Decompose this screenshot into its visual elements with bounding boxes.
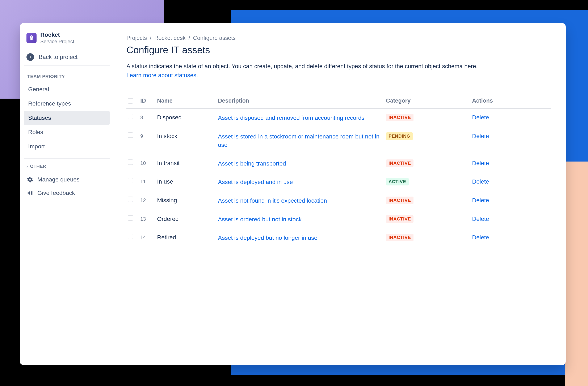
row-checkbox[interactable] xyxy=(128,178,133,183)
app-window: Rocket Service Project Back to project T… xyxy=(20,23,566,365)
delete-link[interactable]: Delete xyxy=(472,196,506,204)
row-checkbox[interactable] xyxy=(128,114,133,119)
cell-description[interactable]: Asset is deployed but no longer in use xyxy=(218,234,386,242)
action-label: Give feedback xyxy=(37,190,75,196)
table-row: 11In useAsset is deployed and in useACTI… xyxy=(126,173,551,192)
cell-description[interactable]: Asset is disposed and removed from accou… xyxy=(218,114,386,122)
status-badge: INACTIVE xyxy=(386,215,414,223)
row-checkbox[interactable] xyxy=(128,159,133,165)
cell-name: Ordered xyxy=(157,215,218,222)
row-checkbox[interactable] xyxy=(128,132,133,138)
breadcrumb-configure-assets[interactable]: Configure assets xyxy=(193,35,236,41)
sidebar-item-reference-types[interactable]: Reference types xyxy=(24,96,110,111)
cell-id: 9 xyxy=(140,132,157,139)
cell-description[interactable]: Asset is not found in it's expected loca… xyxy=(218,196,386,205)
project-rocket-icon xyxy=(26,33,37,43)
cell-description[interactable]: Asset is stored in a stockroom or mainte… xyxy=(218,132,386,149)
row-checkbox[interactable] xyxy=(128,196,133,202)
status-badge: INACTIVE xyxy=(386,159,414,167)
gear-icon xyxy=(27,176,33,183)
table-row: 14RetiredAsset is deployed but no longer… xyxy=(126,229,551,247)
status-badge: INACTIVE xyxy=(386,234,414,241)
breadcrumb-projects[interactable]: Projects xyxy=(126,35,147,41)
delete-link[interactable]: Delete xyxy=(472,215,506,222)
cell-name: In stock xyxy=(157,132,218,139)
project-subtitle: Service Project xyxy=(40,39,74,44)
cell-name: Retired xyxy=(157,234,218,241)
breadcrumb: Projects / Rocket desk / Configure asset… xyxy=(126,35,551,41)
section-other-header[interactable]: › OTHER xyxy=(24,159,110,173)
col-name: Name xyxy=(157,97,218,104)
cell-id: 14 xyxy=(140,234,157,240)
cell-name: In transit xyxy=(157,159,218,167)
table-row: 9In stockAsset is stored in a stockroom … xyxy=(126,127,551,154)
page-title: Configure IT assets xyxy=(126,44,551,56)
table-header-row: ID Name Description Category Actions xyxy=(126,97,551,109)
page-description: A status indicates the state of an objec… xyxy=(126,62,551,71)
back-to-project-link[interactable]: Back to project xyxy=(24,49,110,66)
table-row: 10In transitAsset is being transportedIN… xyxy=(126,154,551,173)
col-description: Description xyxy=(218,97,386,104)
status-badge: INACTIVE xyxy=(386,196,414,204)
arrow-left-icon xyxy=(26,53,34,61)
delete-link[interactable]: Delete xyxy=(472,234,506,241)
table-row: 12MissingAsset is not found in it's expe… xyxy=(126,192,551,210)
col-category: Category xyxy=(386,97,472,104)
sidebar: Rocket Service Project Back to project T… xyxy=(20,23,114,365)
delete-link[interactable]: Delete xyxy=(472,132,506,139)
sidebar-item-import[interactable]: Import xyxy=(24,139,110,154)
cell-description[interactable]: Asset is being transported xyxy=(218,159,386,168)
action-label: Manage queues xyxy=(37,176,80,183)
cell-name: In use xyxy=(157,178,218,185)
cell-name: Disposed xyxy=(157,114,218,121)
sidebar-action-manage-queues[interactable]: Manage queues xyxy=(24,173,110,186)
breadcrumb-rocket-desk[interactable]: Rocket desk xyxy=(154,35,186,41)
cell-id: 11 xyxy=(140,178,157,185)
project-header: Rocket Service Project xyxy=(24,30,110,49)
row-checkbox[interactable] xyxy=(128,215,133,221)
status-badge: ACTIVE xyxy=(386,178,409,185)
chevron-right-icon: › xyxy=(26,164,28,169)
back-label: Back to project xyxy=(39,54,78,60)
statuses-table: ID Name Description Category Actions 8Di… xyxy=(126,97,551,247)
delete-link[interactable]: Delete xyxy=(472,159,506,167)
section-team-priority-header: TEAM PRIORITY xyxy=(24,70,110,82)
status-badge: PENDING xyxy=(386,132,413,140)
main-content: Projects / Rocket desk / Configure asset… xyxy=(114,23,566,365)
select-all-checkbox[interactable] xyxy=(128,98,133,104)
cell-name: Missing xyxy=(157,196,218,204)
status-badge: INACTIVE xyxy=(386,114,414,121)
megaphone-icon xyxy=(27,190,33,196)
table-row: 13OrderedAsset is ordered but not in sto… xyxy=(126,210,551,229)
table-row: 8DisposedAsset is disposed and removed f… xyxy=(126,109,551,127)
section-other-label: OTHER xyxy=(30,164,46,169)
col-id: ID xyxy=(140,97,157,104)
delete-link[interactable]: Delete xyxy=(472,178,506,185)
cell-id: 12 xyxy=(140,196,157,203)
learn-more-link[interactable]: Learn more about statuses. xyxy=(126,72,198,78)
project-title: Rocket xyxy=(40,32,74,38)
col-actions: Actions xyxy=(472,97,506,104)
cell-id: 8 xyxy=(140,114,157,120)
sidebar-item-roles[interactable]: Roles xyxy=(24,125,110,139)
row-checkbox[interactable] xyxy=(128,234,133,239)
cell-description[interactable]: Asset is deployed and in use xyxy=(218,178,386,187)
cell-description[interactable]: Asset is ordered but not in stock xyxy=(218,215,386,224)
cell-id: 10 xyxy=(140,159,157,166)
sidebar-action-give-feedback[interactable]: Give feedback xyxy=(24,186,110,200)
delete-link[interactable]: Delete xyxy=(472,114,506,121)
sidebar-item-general[interactable]: General xyxy=(24,82,110,96)
cell-id: 13 xyxy=(140,215,157,222)
sidebar-item-statuses[interactable]: Statuses xyxy=(24,111,110,125)
